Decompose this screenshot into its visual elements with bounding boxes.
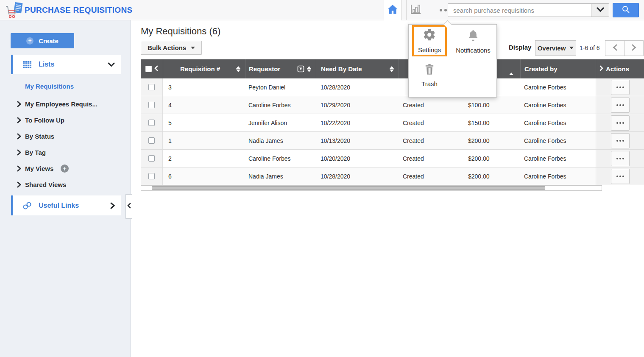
table-row[interactable]: 3 Peyton Daniel 10/28/2020 Caroline Forb…: [141, 78, 644, 96]
cell-requisition-number: 6: [163, 167, 245, 185]
sort-icon[interactable]: [236, 66, 240, 72]
header-need-by-date[interactable]: Need By Date: [316, 59, 399, 78]
sidebar-item-by-tag[interactable]: By Tag: [0, 147, 121, 158]
lists-grid-icon: [22, 61, 32, 68]
cell-need-by-date: 10/22/2020: [316, 114, 399, 131]
bulk-actions-label: Bulk Actions: [148, 44, 186, 51]
sidebar-section-useful-links[interactable]: Useful Links: [11, 195, 121, 215]
trash-icon: [424, 64, 435, 77]
row-checkbox-cell: [141, 114, 163, 131]
sidebar-collapse-handle[interactable]: [125, 194, 132, 219]
cell-requisition-number: 2: [163, 150, 245, 167]
home-button[interactable]: [384, 0, 401, 20]
sidebar-item-to-follow-up[interactable]: To Follow Up: [0, 114, 121, 126]
sidebar-item-my-requisitions[interactable]: My Requisitions: [0, 81, 121, 92]
page-title: My Requisitions (6): [141, 26, 220, 37]
row-checkbox[interactable]: [148, 155, 155, 162]
sidebar-item-my-views[interactable]: My Views +: [0, 163, 121, 174]
table-row[interactable]: 5 Jennifer Alison 10/22/2020 Created $15…: [141, 114, 644, 132]
cell-actions: [596, 96, 644, 114]
reports-button[interactable]: [409, 5, 422, 16]
cell-requestor: Peyton Daniel: [245, 78, 316, 96]
search-input[interactable]: [448, 4, 591, 17]
caret-down-icon: [569, 47, 574, 49]
notifications-label: Notifications: [456, 47, 491, 54]
cell-status: Created: [399, 167, 460, 185]
ellipsis-icon: [440, 9, 442, 11]
search-scope-dropdown[interactable]: [591, 4, 609, 17]
cell-created-by: Caroline Forbes: [520, 78, 596, 96]
header-requestor[interactable]: Requestor: [245, 59, 316, 78]
row-checkbox-cell: [141, 78, 163, 96]
search-icon: [622, 5, 630, 15]
table-row[interactable]: 4 Caroline Forbes 10/29/2020 Created $10…: [141, 96, 644, 114]
row-checkbox[interactable]: [148, 102, 155, 108]
bar-chart-icon: [410, 4, 421, 16]
cell-requestor: Nadia James: [245, 167, 316, 185]
row-actions-button[interactable]: [611, 133, 630, 148]
row-actions-button[interactable]: [611, 151, 630, 166]
menu-item-settings[interactable]: Settings: [412, 25, 447, 56]
chevron-right-icon: [17, 149, 21, 156]
cell-need-by-date: 10/28/2020: [316, 78, 399, 96]
row-checkbox[interactable]: [148, 120, 155, 126]
header-requisition-number[interactable]: Requisition #: [163, 59, 245, 78]
select-all-checkbox[interactable]: [145, 66, 152, 72]
search-button[interactable]: [613, 3, 639, 17]
sort-ascending-icon[interactable]: [509, 65, 513, 73]
row-actions-button[interactable]: [611, 98, 630, 113]
menu-item-notifications[interactable]: Notifications: [450, 27, 496, 56]
sidebar-item-by-status[interactable]: By Status: [0, 131, 121, 142]
row-actions-button[interactable]: [611, 115, 630, 131]
table-row[interactable]: 1 Nadia James 10/13/2020 Created $200.00…: [141, 132, 644, 150]
cell-total: $150.00: [460, 114, 520, 131]
filter-icon[interactable]: [297, 65, 304, 73]
previous-page-button[interactable]: [605, 40, 624, 56]
bell-icon: [467, 29, 480, 44]
row-checkbox[interactable]: [148, 173, 155, 179]
row-checkbox[interactable]: [148, 137, 155, 144]
scrollbar-thumb[interactable]: [152, 186, 545, 190]
app-title: PURCHASE REQUISITIONS: [25, 0, 132, 20]
header-created-by[interactable]: Created by: [520, 59, 596, 78]
cell-created-by: Caroline Forbes: [520, 96, 596, 114]
sort-icon[interactable]: [390, 66, 394, 72]
sort-icon[interactable]: [307, 66, 311, 72]
next-page-button[interactable]: [624, 40, 644, 56]
gear-icon: [423, 28, 436, 43]
link-icon: [22, 201, 32, 210]
menu-item-trash[interactable]: Trash: [412, 61, 447, 90]
table-row[interactable]: 6 Nadia James 10/28/2020 Created $200.00…: [141, 167, 644, 185]
chevron-right-icon: [632, 44, 636, 53]
create-button-label: Create: [39, 37, 59, 45]
cell-requestor: Jennifer Alison: [245, 114, 316, 131]
row-checkbox[interactable]: [148, 84, 155, 90]
header-actions[interactable]: Actions: [596, 59, 644, 78]
top-bar: PURCHASE REQUISITIONS: [0, 0, 644, 20]
sidebar-item-shared-views[interactable]: Shared Views: [0, 179, 121, 190]
table-row[interactable]: 2 Caroline Forbes 10/20/2020 Created $20…: [141, 150, 644, 167]
cell-total: $200.00: [460, 150, 520, 167]
cell-status: Created: [399, 150, 460, 167]
plus-icon: +: [26, 37, 33, 45]
cell-actions: [596, 132, 644, 149]
create-button[interactable]: + Create: [11, 33, 74, 48]
horizontal-scrollbar[interactable]: [141, 185, 602, 191]
chevron-left-icon: [127, 203, 131, 210]
trash-label: Trash: [421, 80, 438, 87]
search-box: [448, 3, 609, 17]
cell-created-by: Caroline Forbes: [520, 150, 596, 167]
row-actions-button[interactable]: [611, 169, 630, 184]
display-mode-dropdown[interactable]: Overview: [535, 40, 576, 56]
requisitions-table: Requisition # Requestor Need By Date: [141, 59, 644, 185]
chevron-right-icon: [17, 101, 21, 107]
bulk-actions-button[interactable]: Bulk Actions: [141, 41, 202, 55]
chevron-right-icon: [599, 65, 603, 73]
row-actions-button[interactable]: [611, 80, 630, 95]
sidebar-section-lists[interactable]: Lists: [11, 55, 121, 74]
chevron-left-icon[interactable]: [154, 65, 158, 73]
cell-status: Created: [399, 132, 460, 149]
add-view-button[interactable]: +: [61, 165, 69, 173]
sidebar-item-my-employees-requisitions[interactable]: My Employees Requis...: [0, 98, 121, 109]
chevron-left-icon: [613, 44, 617, 53]
